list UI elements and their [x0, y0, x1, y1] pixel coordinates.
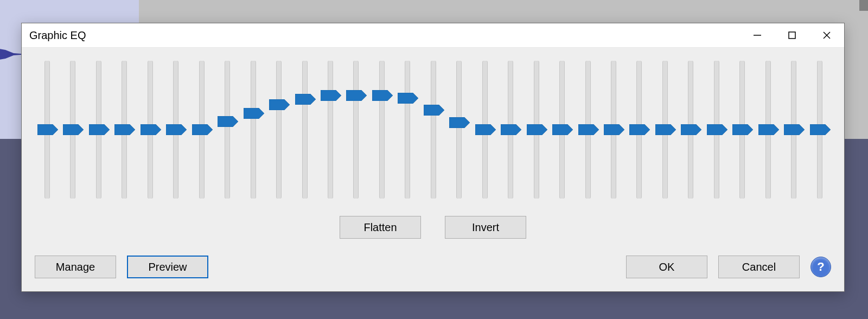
svg-marker-22 [475, 124, 496, 135]
slider-thumb[interactable] [192, 124, 213, 135]
slider-thumb[interactable] [578, 124, 599, 135]
help-button[interactable]: ? [810, 257, 831, 277]
svg-marker-25 [552, 124, 573, 135]
eq-band-slider[interactable] [627, 61, 650, 199]
svg-marker-32 [732, 124, 753, 135]
eq-band-slider[interactable] [292, 61, 316, 199]
eq-band-slider[interactable] [395, 61, 419, 199]
svg-marker-34 [784, 124, 805, 135]
slider-thumb[interactable] [37, 124, 58, 135]
eq-band-slider[interactable] [524, 61, 548, 199]
eq-band-slider[interactable] [421, 61, 445, 199]
eq-band-slider[interactable] [704, 61, 728, 199]
slider-thumb[interactable] [89, 124, 110, 135]
flatten-button[interactable]: Flatten [340, 216, 421, 239]
slider-thumb[interactable] [655, 124, 676, 135]
eq-band-slider[interactable] [189, 61, 213, 199]
minimize-button[interactable] [740, 23, 775, 47]
eq-band-slider[interactable] [369, 61, 393, 199]
slider-thumb[interactable] [398, 93, 418, 104]
slider-thumb[interactable] [321, 90, 341, 101]
svg-marker-18 [372, 90, 393, 101]
bottom-left-group: Manage Preview [35, 256, 208, 278]
manage-button[interactable]: Manage [35, 256, 116, 278]
slider-thumb[interactable] [346, 90, 367, 101]
eq-band-slider[interactable] [266, 61, 290, 199]
preview-button[interactable]: Preview [127, 256, 208, 278]
close-button[interactable] [809, 23, 844, 47]
svg-marker-13 [244, 108, 264, 119]
svg-marker-17 [346, 90, 367, 101]
slider-thumb[interactable] [424, 105, 444, 116]
svg-marker-8 [114, 124, 135, 135]
slider-thumb[interactable] [707, 124, 727, 135]
slider-track [276, 61, 282, 199]
window-title: Graphic EQ [29, 29, 86, 42]
eq-band-slider[interactable] [473, 61, 496, 199]
eq-band-slider[interactable] [807, 61, 831, 199]
slider-thumb[interactable] [295, 94, 316, 105]
svg-marker-26 [578, 124, 599, 135]
eq-band-slider[interactable] [343, 61, 367, 199]
svg-marker-20 [424, 105, 444, 116]
slider-thumb[interactable] [218, 116, 238, 127]
slider-thumb[interactable] [114, 124, 135, 135]
slider-thumb[interactable] [269, 99, 290, 110]
svg-marker-5 [37, 124, 58, 135]
slider-thumb[interactable] [681, 124, 701, 135]
eq-band-slider[interactable] [678, 61, 702, 199]
slider-thumb[interactable] [732, 124, 753, 135]
eq-band-slider[interactable] [60, 61, 84, 199]
eq-band-slider[interactable] [653, 61, 676, 199]
slider-thumb[interactable] [810, 124, 831, 135]
slider-thumb[interactable] [63, 124, 84, 135]
cancel-button[interactable]: Cancel [718, 256, 800, 278]
slider-thumb[interactable] [784, 124, 805, 135]
eq-band-slider[interactable] [112, 61, 136, 199]
slider-thumb[interactable] [141, 124, 161, 135]
slider-track [456, 61, 462, 199]
bottom-right-group: OK Cancel ? [626, 256, 831, 278]
slider-thumb[interactable] [449, 117, 470, 128]
invert-button[interactable]: Invert [445, 216, 526, 239]
eq-band-slider[interactable] [781, 61, 805, 199]
eq-band-slider[interactable] [550, 61, 573, 199]
slider-thumb[interactable] [527, 124, 547, 135]
slider-thumb[interactable] [372, 90, 393, 101]
eq-band-slider[interactable] [730, 61, 754, 199]
eq-band-slider[interactable] [35, 61, 59, 199]
slider-thumb[interactable] [244, 108, 264, 119]
eq-band-slider[interactable] [138, 61, 162, 199]
svg-marker-35 [810, 124, 831, 135]
background-edge [859, 0, 868, 11]
eq-band-slider[interactable] [241, 61, 265, 199]
slider-thumb[interactable] [629, 124, 650, 135]
svg-marker-27 [604, 124, 624, 135]
slider-thumb[interactable] [758, 124, 779, 135]
slider-track [405, 61, 410, 199]
slider-thumb[interactable] [501, 124, 521, 135]
svg-marker-7 [89, 124, 110, 135]
eq-band-slider[interactable] [163, 61, 187, 199]
eq-band-slider[interactable] [756, 61, 780, 199]
slider-track [225, 61, 230, 199]
svg-marker-16 [321, 90, 341, 101]
slider-thumb[interactable] [604, 124, 624, 135]
svg-marker-9 [141, 124, 161, 135]
ok-button[interactable]: OK [626, 256, 707, 278]
eq-band-slider[interactable] [446, 61, 470, 199]
eq-band-slider[interactable] [576, 61, 599, 199]
eq-band-slider[interactable] [86, 61, 110, 199]
eq-band-slider[interactable] [215, 61, 239, 199]
slider-track [251, 61, 256, 199]
eq-band-slider[interactable] [601, 61, 625, 199]
eq-band-slider[interactable] [318, 61, 342, 199]
slider-thumb[interactable] [552, 124, 573, 135]
slider-track [328, 61, 333, 199]
maximize-button[interactable] [775, 23, 809, 47]
eq-band-slider[interactable] [498, 61, 522, 199]
slider-thumb[interactable] [166, 124, 187, 135]
minimize-icon [752, 30, 762, 40]
slider-thumb[interactable] [475, 124, 496, 135]
svg-marker-21 [449, 117, 470, 128]
